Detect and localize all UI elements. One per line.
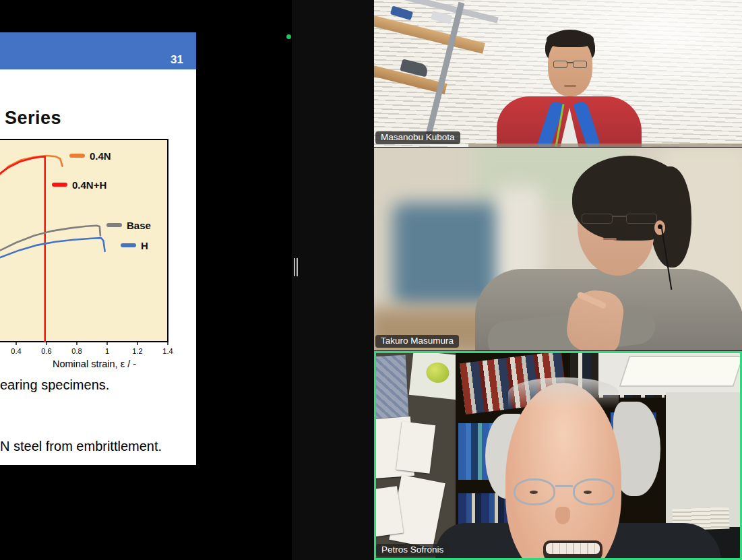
legend-swatch <box>106 223 122 227</box>
slide-caption-line1: earing specimens. <box>0 377 109 393</box>
slide-header-bar: 31 <box>0 32 196 69</box>
slide-title: Series <box>5 108 61 129</box>
legend-item-0.4N: 0.4N <box>69 150 111 162</box>
glasses <box>514 478 615 507</box>
svg-text:1.4: 1.4 <box>162 347 173 355</box>
svg-text:0.4: 0.4 <box>11 347 21 355</box>
presentation-slide: 31 Series 0.40.60.811.21.4 Nominal strai… <box>0 32 196 465</box>
legend-label: 0.4N+H <box>72 179 106 191</box>
smile <box>543 540 602 560</box>
legend-item-Base: Base <box>106 219 151 231</box>
svg-text:1.2: 1.2 <box>132 347 142 355</box>
legend-swatch <box>121 243 136 247</box>
svg-text:0.8: 0.8 <box>71 347 82 355</box>
legend-swatch <box>69 154 85 158</box>
panel-resize-handle[interactable] <box>294 258 298 276</box>
participant-figure <box>497 26 642 147</box>
video-tile-takuro-masumura[interactable]: Takuro Masumura <box>374 148 742 350</box>
participant-gallery: Masanobu Kubota <box>374 0 742 560</box>
wall-map <box>374 355 408 419</box>
legend-item-0.4N+H: 0.4N+H <box>52 179 106 191</box>
chart-x-axis-label: Nominal strain, ε / - <box>19 359 170 369</box>
shared-screen-region: 31 Series 0.40.60.811.21.4 Nominal strai… <box>0 0 292 560</box>
legend-label: 0.4N <box>90 150 111 162</box>
participant-name-tag: Masanobu Kubota <box>375 131 460 144</box>
slide-page-number: 31 <box>171 53 183 67</box>
participant-name-tag: Petros Sofronis <box>376 544 449 557</box>
glasses <box>582 214 657 224</box>
video-tile-masanobu-kubota[interactable]: Masanobu Kubota <box>374 0 742 147</box>
svg-text:1: 1 <box>105 347 109 355</box>
video-tile-petros-sofronis[interactable]: Petros Sofronis <box>374 351 742 560</box>
legend-label: Base <box>127 220 151 231</box>
zoom-meeting-window: 31 Series 0.40.60.811.21.4 Nominal strai… <box>0 0 742 560</box>
slide-caption-line2: N steel from embrittlement. <box>0 439 162 454</box>
legend-label: H <box>141 240 148 251</box>
participant-name-tag: Takuro Masumura <box>375 335 459 348</box>
svg-text:0.6: 0.6 <box>41 347 51 355</box>
ceiling-light <box>619 356 742 387</box>
legend-item-H: H <box>121 239 148 251</box>
stress-strain-chart: 0.40.60.811.21.4 <box>0 32 196 465</box>
glasses <box>553 61 587 68</box>
legend-swatch <box>52 183 67 187</box>
share-indicator-dot <box>286 34 291 39</box>
